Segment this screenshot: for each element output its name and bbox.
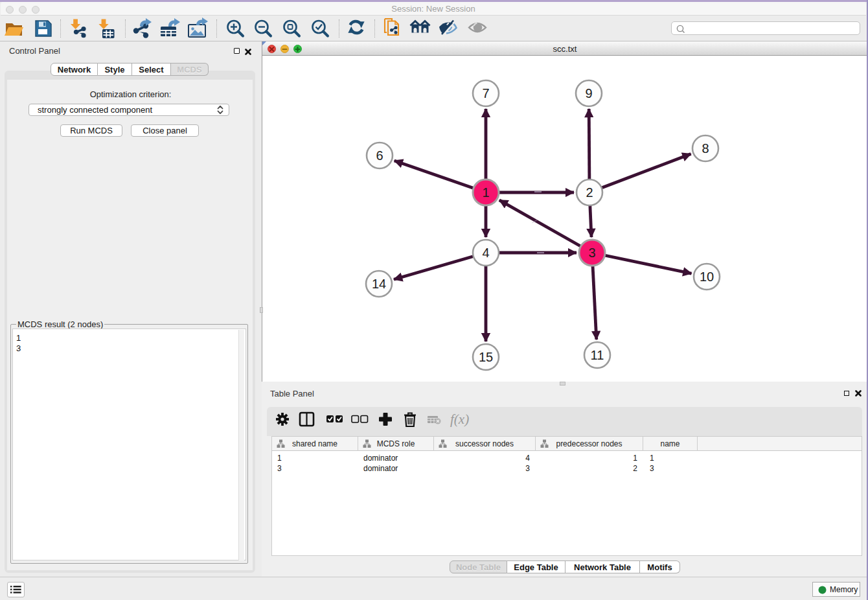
svg-text:10: 10 <box>700 270 714 284</box>
svg-text:8: 8 <box>702 141 709 156</box>
svg-text:3: 3 <box>588 246 595 260</box>
svg-text:14: 14 <box>372 277 386 291</box>
svg-text:9: 9 <box>585 86 592 100</box>
svg-text:1: 1 <box>482 185 489 200</box>
svg-text:2: 2 <box>586 185 593 200</box>
svg-text:7: 7 <box>482 86 489 100</box>
svg-text:6: 6 <box>376 148 383 163</box>
svg-text:4: 4 <box>482 246 489 260</box>
svg-text:15: 15 <box>479 350 493 364</box>
svg-text:f(x): f(x) <box>450 411 469 427</box>
svg-text:11: 11 <box>591 348 604 362</box>
